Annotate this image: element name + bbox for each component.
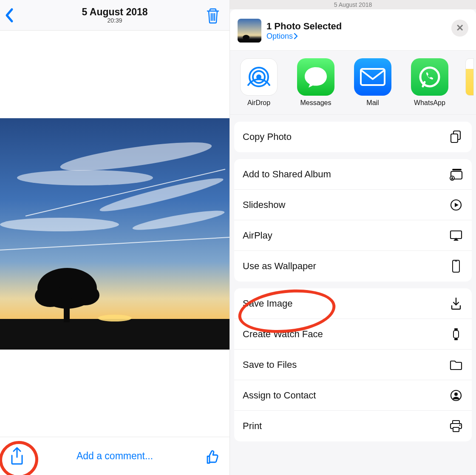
svg-rect-29 [455, 261, 457, 262]
back-chevron-icon [4, 8, 14, 23]
thumbs-up-icon [205, 449, 220, 465]
action-slideshow[interactable]: Slideshow [234, 190, 472, 220]
viewer-footer: Add a comment... [0, 437, 230, 475]
phone-icon [449, 259, 463, 273]
action-print[interactable]: Print [234, 411, 472, 441]
svg-point-25 [451, 176, 453, 178]
svg-point-9 [35, 285, 65, 307]
svg-point-11 [98, 315, 132, 321]
share-target-mail[interactable]: Mail [351, 58, 394, 107]
trash-icon [206, 8, 220, 24]
svg-rect-30 [453, 330, 459, 338]
share-button[interactable] [9, 447, 25, 466]
photo-canvas[interactable] [0, 31, 230, 437]
mail-label: Mail [351, 99, 394, 107]
whatsapp-label: WhatsApp [408, 99, 451, 107]
action-use-wallpaper[interactable]: Use as Wallpaper [234, 251, 472, 282]
action-group-1: Copy Photo [234, 122, 472, 152]
share-target-whatsapp[interactable]: WhatsApp [408, 58, 451, 107]
share-sheet-screen: 5 August 2018 1 Photo Selecte [230, 0, 476, 475]
close-button[interactable]: ✕ [451, 20, 468, 37]
svg-rect-12 [238, 19, 261, 43]
back-button[interactable] [4, 8, 14, 23]
share-actions-list: Copy Photo Add to Shared Album [230, 115, 476, 450]
share-target-messages[interactable]: Messages [295, 58, 337, 107]
like-button[interactable] [205, 449, 220, 465]
action-save-to-files[interactable]: Save to Files [234, 350, 472, 380]
svg-rect-28 [453, 260, 459, 272]
share-target-more[interactable] [465, 58, 474, 107]
messages-label: Messages [295, 99, 337, 107]
background-header-peek: 5 August 2018 [230, 0, 476, 9]
action-group-2: Add to Shared Album Slideshow AirPlay [234, 159, 472, 282]
viewer-header: 5 August 2018 20:39 [0, 0, 230, 31]
svg-point-10 [71, 285, 99, 305]
share-target-airdrop[interactable]: AirDrop [238, 58, 280, 107]
print-icon [449, 420, 463, 432]
mail-icon [354, 58, 391, 96]
svg-point-2 [17, 170, 153, 185]
svg-rect-22 [452, 169, 462, 171]
selection-count-label: 1 Photo Selected [266, 21, 342, 32]
action-group-3: Save Image Create Watch Face Save to Fil… [234, 288, 472, 441]
folder-icon [449, 359, 463, 370]
download-icon [449, 297, 463, 310]
airplay-icon [449, 230, 463, 242]
share-sheet-header: 1 Photo Selected Options ✕ [230, 16, 476, 50]
play-circle-icon [449, 199, 463, 211]
delete-button[interactable] [206, 8, 220, 24]
photo-time: 20:39 [82, 17, 147, 24]
add-comment-button[interactable]: Add a comment... [76, 450, 153, 462]
whatsapp-icon [411, 58, 448, 96]
contact-icon [449, 389, 463, 402]
svg-rect-6 [0, 319, 230, 350]
photo-date: 5 August 2018 [82, 6, 147, 18]
close-icon: ✕ [456, 23, 464, 34]
svg-point-4 [0, 218, 119, 231]
action-add-shared-album[interactable]: Add to Shared Album [234, 159, 472, 190]
svg-point-38 [459, 425, 461, 426]
action-airplay[interactable]: AirPlay [234, 220, 472, 251]
airdrop-icon [240, 58, 278, 96]
share-app-row[interactable]: AirDrop Messages Mail [230, 50, 476, 115]
svg-rect-14 [238, 39, 261, 43]
landscape-photo [0, 118, 230, 350]
svg-rect-37 [453, 427, 459, 432]
action-assign-contact[interactable]: Assign to Contact [234, 380, 472, 411]
copy-icon [449, 130, 463, 144]
messages-icon [297, 58, 334, 96]
svg-rect-32 [454, 338, 458, 340]
svg-rect-18 [361, 69, 385, 85]
photo-viewer-screen: 5 August 2018 20:39 [0, 0, 230, 475]
watch-icon [449, 327, 463, 341]
options-button[interactable]: Options [266, 32, 342, 41]
shared-album-icon [449, 168, 463, 181]
svg-rect-27 [450, 231, 462, 239]
svg-rect-31 [454, 328, 458, 330]
action-copy-photo[interactable]: Copy Photo [234, 122, 472, 152]
action-create-watch-face[interactable]: Create Watch Face [234, 319, 472, 350]
notes-icon [465, 58, 474, 96]
selected-photo-thumbnail[interactable] [238, 19, 261, 43]
airdrop-label: AirDrop [238, 99, 280, 107]
svg-point-34 [454, 393, 458, 396]
share-icon [9, 447, 25, 466]
svg-rect-21 [451, 134, 458, 142]
action-save-image[interactable]: Save Image [234, 288, 472, 319]
chevron-right-icon [294, 33, 298, 40]
